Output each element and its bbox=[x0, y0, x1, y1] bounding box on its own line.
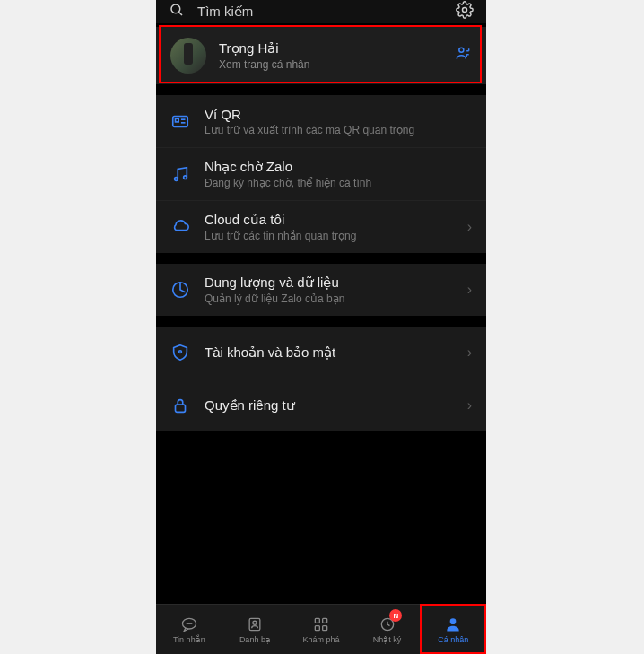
chevron-right-icon: › bbox=[467, 344, 472, 361]
row-title: Ví QR bbox=[205, 107, 472, 122]
switch-account-icon[interactable] bbox=[454, 45, 472, 67]
svg-rect-19 bbox=[315, 625, 319, 630]
svg-point-3 bbox=[459, 48, 464, 52]
nav-contacts[interactable]: Danh bạ bbox=[222, 605, 289, 654]
nav-label: Tin nhắn bbox=[173, 635, 205, 644]
app-screen: Tìm kiếm Trọng Hải Xem trang cá nhân Ví … bbox=[156, 0, 486, 654]
chevron-right-icon: › bbox=[467, 282, 472, 298]
section-account: Tài khoản và bảo mật › Quyền riêng tư › bbox=[156, 327, 486, 431]
qr-icon bbox=[170, 111, 190, 131]
svg-point-9 bbox=[184, 176, 187, 179]
storage-icon bbox=[170, 280, 190, 300]
person-icon bbox=[444, 615, 462, 633]
row-sub: Lưu trữ các tin nhắn quan trọng bbox=[205, 230, 453, 242]
row-cloud[interactable]: Cloud của tôi Lưu trữ các tin nhắn quan … bbox=[156, 200, 486, 253]
row-security[interactable]: Tài khoản và bảo mật › bbox=[156, 327, 486, 379]
nav-messages[interactable]: Tin nhắn bbox=[156, 605, 222, 654]
svg-rect-12 bbox=[176, 405, 186, 412]
row-sub: Lưu trữ và xuất trình các mã QR quan trọ… bbox=[205, 124, 472, 136]
section-storage: Dung lượng và dữ liệu Quản lý dữ liệu Za… bbox=[156, 264, 486, 316]
row-sub: Quản lý dữ liệu Zalo của bạn bbox=[205, 292, 453, 305]
cloud-icon bbox=[170, 217, 190, 237]
discover-icon bbox=[312, 615, 330, 633]
nav-label: Khám phá bbox=[302, 635, 339, 644]
svg-point-22 bbox=[450, 618, 457, 624]
svg-rect-20 bbox=[323, 625, 327, 630]
svg-point-8 bbox=[175, 178, 178, 181]
contacts-icon bbox=[246, 615, 264, 633]
header-bar: Tìm kiếm bbox=[156, 0, 486, 23]
row-title: Cloud của tôi bbox=[205, 212, 453, 228]
row-qr[interactable]: Ví QR Lưu trữ và xuất trình các mã QR qu… bbox=[156, 95, 486, 147]
svg-rect-17 bbox=[315, 618, 319, 623]
shield-icon bbox=[170, 343, 190, 362]
svg-rect-18 bbox=[323, 618, 327, 623]
chevron-right-icon: › bbox=[467, 219, 472, 235]
row-sub: Đăng ký nhạc chờ, thể hiện cá tính bbox=[205, 177, 472, 189]
lock-icon bbox=[170, 396, 190, 415]
svg-rect-5 bbox=[176, 118, 179, 122]
row-title: Dung lượng và dữ liệu bbox=[205, 275, 453, 291]
row-music[interactable]: Nhạc chờ Zalo Đăng ký nhạc chờ, thể hiện… bbox=[156, 147, 486, 200]
svg-point-11 bbox=[179, 351, 182, 353]
row-title: Tài khoản và bảo mật bbox=[205, 344, 453, 361]
nav-diary[interactable]: Nhật ký N bbox=[354, 605, 421, 654]
row-title: Quyền riêng tư bbox=[205, 397, 453, 414]
search-input[interactable]: Tìm kiếm bbox=[197, 4, 443, 20]
nav-profile[interactable]: Cá nhân bbox=[420, 605, 486, 654]
message-icon bbox=[180, 615, 198, 633]
nav-label: Danh bạ bbox=[239, 635, 271, 644]
nav-label: Cá nhân bbox=[438, 635, 468, 644]
svg-point-0 bbox=[171, 4, 180, 13]
profile-info: Trọng Hải Xem trang cá nhân bbox=[219, 40, 441, 71]
avatar bbox=[170, 38, 206, 74]
gear-icon[interactable] bbox=[456, 1, 474, 23]
search-icon[interactable] bbox=[169, 2, 185, 22]
profile-card[interactable]: Trọng Hải Xem trang cá nhân bbox=[156, 27, 486, 84]
profile-subtitle: Xem trang cá nhân bbox=[219, 58, 441, 71]
row-privacy[interactable]: Quyền riêng tư › bbox=[156, 379, 486, 431]
row-title: Nhạc chờ Zalo bbox=[205, 159, 472, 175]
nav-label: Nhật ký bbox=[373, 635, 402, 644]
chevron-right-icon: › bbox=[467, 397, 472, 414]
profile-name: Trọng Hải bbox=[219, 40, 441, 57]
music-icon bbox=[170, 164, 190, 184]
svg-point-2 bbox=[463, 7, 467, 12]
nav-discover[interactable]: Khám phá bbox=[288, 605, 354, 654]
bottom-nav: Tin nhắn Danh bạ Khám phá Nhật ký N Cá bbox=[156, 604, 486, 654]
section-features: Ví QR Lưu trữ và xuất trình các mã QR qu… bbox=[156, 95, 486, 253]
row-storage[interactable]: Dung lượng và dữ liệu Quản lý dữ liệu Za… bbox=[156, 264, 486, 316]
svg-point-16 bbox=[253, 621, 257, 624]
notification-badge: N bbox=[389, 609, 402, 622]
svg-line-1 bbox=[178, 12, 182, 15]
